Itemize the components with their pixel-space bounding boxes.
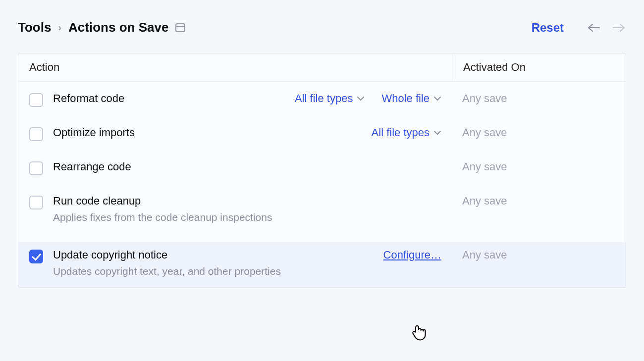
- table-row: Run code cleanup Applies fixes from the …: [18, 194, 626, 223]
- row-label: Rearrange code: [53, 160, 431, 173]
- cursor-hand-icon: [410, 323, 428, 341]
- settings-header: Tools › Actions on Save Reset: [18, 20, 626, 35]
- chevron-down-icon: [433, 130, 441, 135]
- svg-rect-0: [176, 24, 185, 32]
- scope-dropdown[interactable]: Whole file: [381, 92, 441, 105]
- row-description: Updates copyright text, year, and other …: [53, 265, 374, 277]
- breadcrumb-parent[interactable]: Tools: [18, 20, 51, 35]
- actions-table: Action Activated On Reformat code All fi…: [18, 53, 626, 288]
- window-icon: [175, 23, 185, 32]
- update-copyright-checkbox[interactable]: [29, 250, 43, 263]
- dropdown-label: Whole file: [381, 92, 429, 105]
- breadcrumb-separator: ›: [58, 22, 61, 33]
- column-activated: Activated On: [452, 53, 626, 81]
- row-label: Reformat code: [53, 92, 285, 105]
- activated-on-value: Any save: [452, 92, 626, 105]
- file-types-dropdown[interactable]: All file types: [295, 92, 365, 105]
- breadcrumb: Tools › Actions on Save: [18, 20, 185, 35]
- breadcrumb-current: Actions on Save: [68, 20, 168, 35]
- column-action: Action: [18, 53, 452, 81]
- forward-arrow-icon[interactable]: [611, 23, 626, 33]
- activated-on-value: Any save: [452, 195, 626, 207]
- configure-link[interactable]: Configure…: [383, 249, 441, 261]
- table-row: Update copyright notice Updates copyrigh…: [18, 242, 626, 287]
- activated-on-value: Any save: [452, 126, 626, 139]
- row-label: Update copyright notice: [53, 249, 374, 261]
- run-code-cleanup-checkbox[interactable]: [29, 196, 43, 209]
- chevron-down-icon: [357, 96, 365, 101]
- row-label: Run code cleanup: [53, 195, 431, 207]
- rearrange-code-checkbox[interactable]: [29, 161, 43, 175]
- chevron-down-icon: [433, 96, 441, 101]
- activated-on-value: Any save: [452, 249, 626, 261]
- dropdown-label: All file types: [295, 92, 353, 105]
- table-row: Optimize imports All file types Any save: [18, 126, 626, 141]
- optimize-imports-checkbox[interactable]: [29, 127, 43, 141]
- activated-on-value: Any save: [452, 160, 626, 173]
- row-description: Applies fixes from the code cleanup insp…: [53, 211, 431, 223]
- table-row: Rearrange code Any save: [18, 160, 626, 175]
- dropdown-label: All file types: [372, 126, 429, 139]
- table-row: Reformat code All file types Whole file: [18, 92, 626, 107]
- reset-link[interactable]: Reset: [532, 21, 564, 35]
- reformat-code-checkbox[interactable]: [29, 93, 43, 107]
- header-actions: Reset: [532, 21, 626, 35]
- file-types-dropdown[interactable]: All file types: [372, 126, 441, 139]
- back-arrow-icon[interactable]: [587, 23, 601, 33]
- row-label: Optimize imports: [53, 126, 362, 139]
- table-header: Action Activated On: [18, 53, 626, 82]
- nav-arrows: [587, 23, 626, 33]
